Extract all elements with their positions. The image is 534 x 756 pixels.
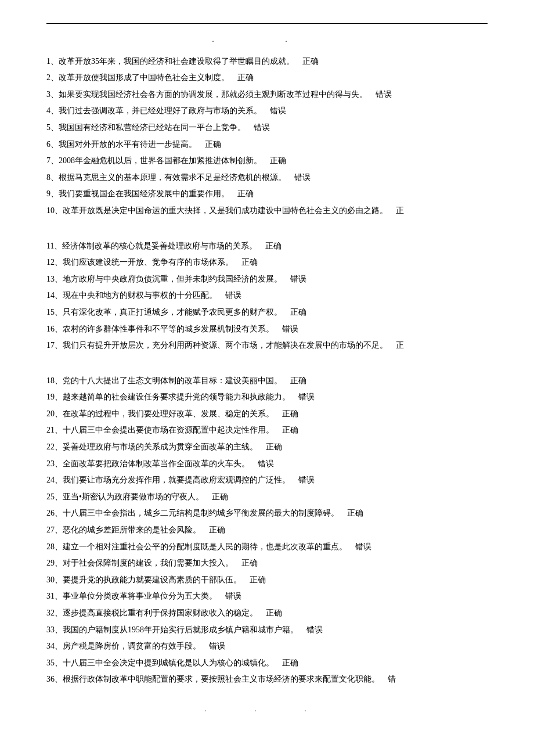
list-item: 14、现在中央和地方的财权与事权的十分匹配。 错误 (46, 288, 488, 304)
list-item: 23、全面改革要把政治体制改革当作全面改革的火车头。 错误 (46, 456, 488, 472)
list-item: 31、事业单位分类改革将事业单位分为五大类。 错误 (46, 589, 488, 604)
main-content: 1、改革开放35年来，我国的经济和社会建设取得了举世瞩目的成就。 正确2、改革开… (46, 54, 488, 687)
list-item: 19、越来越简单的社会建设任务要求提升党的领导能力和执政能力。 错误 (46, 390, 488, 405)
list-item: 11、经济体制改革的核心就是妥善处理政府与市场的关系。 正确 (46, 239, 488, 254)
list-item: 9、我们要重视国企在我国经济发展中的重要作用。 正确 (46, 186, 488, 202)
footer-dots: · · · (46, 705, 488, 718)
top-divider (46, 23, 488, 24)
list-item: 4、我们过去强调改革，并已经处理好了政府与市场的关系。 错误 (46, 103, 488, 119)
list-item: 2、改革开放使我国形成了中国特色社会主义制度。 正确 (46, 70, 488, 86)
list-item: 13、地方政府与中央政府负债沉重，但并未制约我国经济的发展。 错误 (46, 272, 488, 287)
list-item: 15、只有深化改革，真正打通城乡，才能赋予农民更多的财产权。 正确 (46, 305, 488, 321)
list-item: 26、十八届三中全会指出，城乡二元结构是制约城乡平衡发展的最大的制度障碍。 正确 (46, 506, 488, 521)
header-dots: · · (46, 35, 488, 48)
list-item: 32、逐步提高直接税比重有利于保持国家财政收入的稳定。 正确 (46, 606, 488, 621)
section-section1: 1、改革开放35年来，我国的经济和社会建设取得了举世瞩目的成就。 正确2、改革开… (46, 54, 488, 219)
list-item: 34、房产税是降房价，调贫富的有效手段。 错误 (46, 639, 488, 654)
list-item: 7、2008年金融危机以后，世界各国都在加紧推进体制创新。 正确 (46, 153, 488, 169)
list-item: 28、建立一个相对注重社会公平的分配制度既是人民的期待，也是此次改革的重点。 错… (46, 539, 488, 555)
list-item: 29、对于社会保障制度的建设，我们需要加大投入。 正确 (46, 556, 488, 571)
list-item: 17、我们只有提升开放层次，充分利用两种资源、两个市场，才能解决在发展中的市场的… (46, 338, 488, 354)
section-gap (46, 229, 488, 239)
list-item: 12、我们应该建设统一开放、竞争有序的市场体系。 正确 (46, 255, 488, 271)
list-item: 35、十八届三中全会决定中提到城镇化是以人为核心的城镇化。 正确 (46, 656, 488, 671)
list-item: 6、我国对外开放的水平有待进一步提高。 正确 (46, 137, 488, 153)
list-item: 33、我国的户籍制度从1958年开始实行后就形成乡镇户籍和城市户籍。 错误 (46, 622, 488, 638)
list-item: 25、亚当•斯密认为政府要做市场的守夜人。 正确 (46, 489, 488, 505)
list-item: 1、改革开放35年来，我国的经济和社会建设取得了举世瞩目的成就。 正确 (46, 54, 488, 70)
list-item: 30、要提升党的执政能力就要建设高素质的干部队伍。 正确 (46, 573, 488, 588)
list-item: 20、在改革的过程中，我们要处理好改革、发展、稳定的关系。 正确 (46, 406, 488, 422)
list-item: 36、根据行政体制改革中职能配置的要求，要按照社会主义市场经济的要求来配置文化职… (46, 672, 488, 687)
list-item: 5、我国国有经济和私营经济已经站在同一平台上竞争。 错误 (46, 120, 488, 136)
list-item: 24、我们要让市场充分发挥作用，就要提高政府宏观调控的广泛性。 错误 (46, 473, 488, 488)
list-item: 8、根据马克思主义的基本原理，有效需求不足是经济危机的根源。 错误 (46, 170, 488, 186)
list-item: 10、改革开放既是决定中国命运的重大抉择，又是我们成功建设中国特色社会主义的必由… (46, 203, 488, 219)
section-gap (46, 364, 488, 373)
list-item: 3、如果要实现我国经济社会各方面的协调发展，那就必须主观判断改革过程中的得与失。… (46, 87, 488, 103)
list-item: 16、农村的许多群体性事件和不平等的城乡发展机制没有关系。 错误 (46, 322, 488, 337)
list-item: 18、党的十八大提出了生态文明体制的改革目标：建设美丽中国。 正确 (46, 373, 488, 389)
list-item: 27、恶化的城乡差距所带来的是社会风险。 正确 (46, 523, 488, 538)
list-item: 21、十八届三中全会提出要使市场在资源配置中起决定性作用。 正确 (46, 423, 488, 438)
list-item: 22、妥善处理政府与市场的关系成为贯穿全面改革的主线。 正确 (46, 440, 488, 455)
section-section3: 18、党的十八大提出了生态文明体制的改革目标：建设美丽中国。 正确19、越来越简… (46, 373, 488, 687)
section-section2: 11、经济体制改革的核心就是妥善处理政府与市场的关系。 正确12、我们应该建设统… (46, 239, 488, 354)
